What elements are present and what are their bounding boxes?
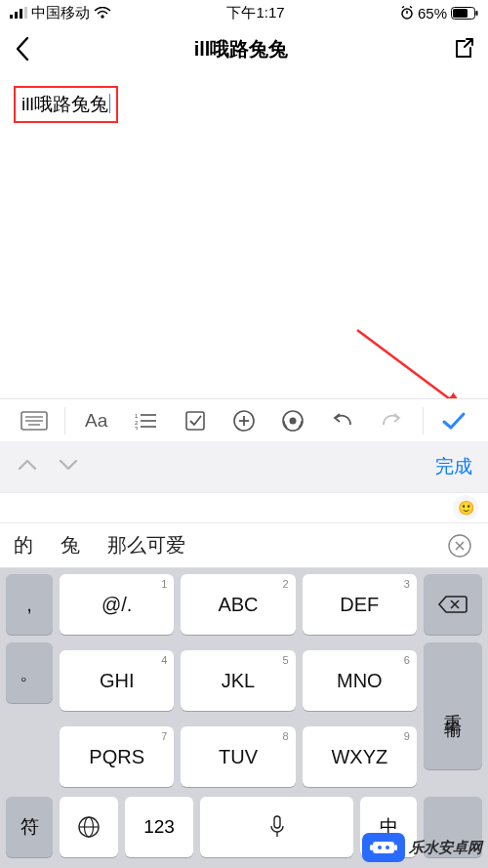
keyboard: , 。 1@/. 2ABC 3DEF 4GHI 5JKL 6MNO 7PQRS …: [0, 568, 488, 868]
keyboard-toggle-button[interactable]: [10, 411, 59, 431]
svg-rect-39: [373, 842, 394, 853]
key-4-ghi[interactable]: 4GHI: [60, 650, 174, 711]
watermark-text: 乐水安卓网: [409, 839, 482, 857]
editor-text: ill哦路兔兔: [21, 94, 108, 114]
svg-rect-11: [475, 11, 477, 16]
svg-rect-3: [24, 7, 27, 19]
svg-point-28: [290, 417, 297, 424]
chevron-up-icon[interactable]: [16, 457, 39, 476]
svg-line-7: [402, 7, 404, 9]
add-button[interactable]: [220, 409, 268, 433]
candidate-word[interactable]: 兔: [61, 532, 80, 558]
watermark-logo-icon: [362, 833, 405, 862]
key-space-mic[interactable]: [200, 797, 353, 857]
key-9-wxyz[interactable]: 9WXYZ: [303, 726, 417, 787]
carrier-label: 中国移动: [31, 4, 90, 22]
ime-avatar-icon[interactable]: 🙂: [453, 495, 478, 520]
key-8-tuv[interactable]: 8TUV: [181, 726, 295, 787]
key-2-abc[interactable]: 2ABC: [181, 574, 295, 635]
svg-rect-23: [186, 412, 204, 430]
page-title: ill哦路兔兔: [194, 36, 289, 62]
svg-rect-42: [370, 845, 373, 850]
svg-rect-2: [20, 9, 22, 19]
editor-toolbar: Aa 123: [0, 398, 488, 441]
keyboard-accessory-row: 完成: [0, 441, 488, 492]
svg-rect-37: [274, 816, 280, 828]
svg-point-41: [386, 846, 389, 849]
signal-icon: [10, 5, 27, 21]
key-6-mno[interactable]: 6MNO: [303, 650, 417, 711]
svg-rect-0: [10, 15, 13, 19]
ime-candidate-row: 的 兔 那么可爱: [0, 523, 488, 568]
nav-bar: ill哦路兔兔: [0, 25, 488, 72]
toolbar-separator: [423, 407, 424, 434]
undo-button[interactable]: [318, 411, 367, 431]
list-button[interactable]: 123: [121, 412, 170, 430]
key-symbol[interactable]: 符: [6, 797, 53, 857]
key-reenter[interactable]: 重输: [424, 642, 482, 769]
key-period[interactable]: 。: [6, 642, 53, 703]
status-bar: 中国移动 下午1:17 65%: [0, 0, 488, 25]
annotation-highlight-box: ill哦路兔兔: [14, 86, 118, 123]
key-123[interactable]: 123: [125, 797, 193, 857]
voice-record-button[interactable]: [268, 409, 317, 433]
svg-line-8: [410, 7, 412, 9]
font-button[interactable]: Aa: [71, 410, 120, 432]
editor-area[interactable]: ill哦路兔兔: [0, 72, 488, 137]
clock-label: 下午1:17: [226, 4, 284, 22]
svg-text:3: 3: [135, 425, 139, 430]
key-5-jkl[interactable]: 5JKL: [181, 650, 295, 711]
watermark: 乐水安卓网: [362, 833, 482, 862]
wifi-icon: [94, 5, 111, 21]
key-1[interactable]: 1@/.: [60, 574, 174, 635]
back-button[interactable]: [14, 35, 31, 62]
keyboard-done-button[interactable]: 完成: [435, 454, 472, 479]
svg-rect-10: [453, 9, 468, 18]
key-backspace[interactable]: [424, 574, 482, 635]
key-3-def[interactable]: 3DEF: [303, 574, 417, 635]
svg-point-40: [378, 846, 382, 849]
svg-rect-43: [394, 845, 397, 850]
svg-rect-1: [15, 12, 18, 19]
checkbox-button[interactable]: [170, 410, 219, 432]
chevron-down-icon[interactable]: [57, 457, 80, 476]
redo-button[interactable]: [367, 411, 416, 431]
candidate-word[interactable]: 那么可爱: [107, 532, 185, 558]
battery-icon: [451, 7, 478, 20]
alarm-icon: [400, 6, 414, 20]
key-7-pqrs[interactable]: 7PQRS: [60, 726, 174, 787]
key-globe[interactable]: [60, 797, 118, 857]
key-comma[interactable]: ,: [6, 574, 53, 635]
ime-bubble-bar: 🙂: [0, 492, 488, 523]
candidate-close-button[interactable]: [445, 531, 474, 560]
text-cursor: [109, 94, 110, 113]
svg-point-4: [101, 15, 103, 18]
candidate-word[interactable]: 的: [14, 532, 33, 558]
share-button[interactable]: [451, 37, 474, 61]
svg-text:1: 1: [135, 413, 139, 419]
confirm-button[interactable]: [429, 411, 478, 431]
toolbar-separator: [64, 407, 65, 434]
battery-pct-label: 65%: [418, 5, 447, 21]
